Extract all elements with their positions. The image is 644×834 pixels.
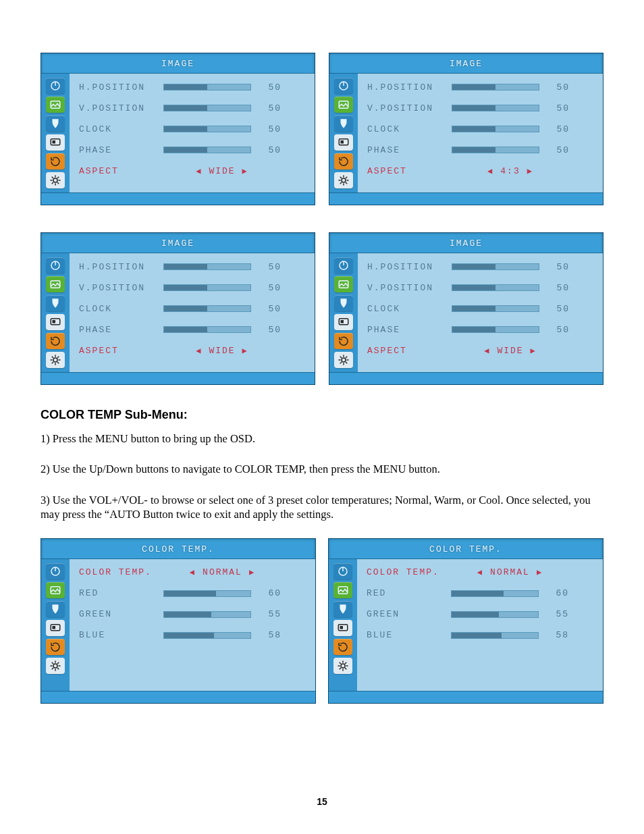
osd-icon-strip xyxy=(329,74,358,192)
image-icon[interactable] xyxy=(46,97,65,113)
misc-icon[interactable] xyxy=(46,352,65,368)
arrow-right-icon[interactable]: ▶ xyxy=(242,346,248,356)
misc-icon[interactable] xyxy=(334,172,353,188)
osd-icon[interactable] xyxy=(46,620,65,636)
arrow-right-icon[interactable]: ▶ xyxy=(527,166,533,176)
misc-icon[interactable] xyxy=(46,172,65,188)
color-temp-icon[interactable] xyxy=(333,601,352,617)
reset-icon[interactable] xyxy=(46,333,65,349)
slider-track[interactable] xyxy=(163,590,251,597)
color-temp-icon[interactable] xyxy=(46,601,65,617)
osd-title: IMAGE xyxy=(41,233,315,253)
select-label: COLOR TEMP. xyxy=(367,567,444,577)
osd-icon[interactable] xyxy=(333,620,352,636)
slider-label: CLOCK xyxy=(367,124,445,134)
slider-track[interactable] xyxy=(452,326,539,333)
power-icon[interactable] xyxy=(334,78,353,94)
reset-icon[interactable] xyxy=(334,153,353,170)
image-icon[interactable] xyxy=(46,582,65,598)
slider-track[interactable] xyxy=(163,263,251,270)
slider-value: 55 xyxy=(545,609,569,619)
osd-content: H.POSITION 50 V.POSITION 50 CLOCK 50 PHA… xyxy=(70,253,315,372)
slider-track[interactable] xyxy=(163,105,251,111)
reset-icon[interactable] xyxy=(334,333,353,349)
arrow-left-icon[interactable]: ◀ xyxy=(477,567,483,577)
slider-track[interactable] xyxy=(163,126,251,132)
slider-row: CLOCK 50 xyxy=(79,301,305,317)
slider-track[interactable] xyxy=(163,611,251,618)
section-heading: COLOR TEMP Sub-Menu: xyxy=(41,408,603,422)
image-icon[interactable] xyxy=(46,276,65,292)
slider-track[interactable] xyxy=(452,305,539,312)
select-control[interactable]: ◀ NORMAL ▶ xyxy=(439,567,581,577)
arrow-right-icon[interactable]: ▶ xyxy=(242,166,248,176)
color-temp-icon[interactable] xyxy=(334,295,353,311)
select-row: ASPECT ◀ WIDE ▶ xyxy=(79,342,305,359)
instruction-step-3: 3) Use the VOL+/VOL- to browse or select… xyxy=(41,493,603,522)
slider-label: V.POSITION xyxy=(79,103,157,113)
select-row: ASPECT ◀ 4:3 ▶ xyxy=(367,163,593,179)
slider-track[interactable] xyxy=(163,326,251,333)
slider-track[interactable] xyxy=(452,284,539,291)
select-control[interactable]: ◀ NORMAL ▶ xyxy=(151,567,294,577)
color-temp-icon[interactable] xyxy=(46,115,65,132)
reset-icon[interactable] xyxy=(46,153,65,170)
power-icon[interactable] xyxy=(334,257,353,273)
slider-track[interactable] xyxy=(451,632,539,639)
arrow-right-icon[interactable]: ▶ xyxy=(249,567,255,577)
power-icon[interactable] xyxy=(46,563,65,579)
image-icon[interactable] xyxy=(333,582,352,598)
arrow-left-icon[interactable]: ◀ xyxy=(190,567,196,577)
slider-row: CLOCK 50 xyxy=(367,121,593,137)
slider-track[interactable] xyxy=(451,590,539,597)
osd-image-panel: IMAGE H.POSITION 50 V.POSITION 50 CLOCK … xyxy=(329,232,603,385)
slider-track[interactable] xyxy=(163,632,251,639)
slider-track[interactable] xyxy=(451,611,539,618)
slider-track[interactable] xyxy=(452,105,539,111)
slider-label: RED xyxy=(367,588,444,598)
slider-track[interactable] xyxy=(163,84,251,90)
slider-track[interactable] xyxy=(452,84,539,90)
osd-content: H.POSITION 50 V.POSITION 50 CLOCK 50 PHA… xyxy=(358,74,603,192)
arrow-left-icon[interactable]: ◀ xyxy=(487,166,493,176)
power-icon[interactable] xyxy=(333,563,352,579)
osd-image-panel: IMAGE H.POSITION 50 V.POSITION 50 CLOCK … xyxy=(41,53,315,205)
osd-icon[interactable] xyxy=(46,314,65,330)
arrow-right-icon[interactable]: ▶ xyxy=(531,346,537,356)
power-icon[interactable] xyxy=(46,257,65,273)
image-icon[interactable] xyxy=(334,97,353,113)
slider-label: PHASE xyxy=(79,325,157,335)
arrow-right-icon[interactable]: ▶ xyxy=(537,567,543,577)
arrow-left-icon[interactable]: ◀ xyxy=(484,346,490,356)
select-control[interactable]: ◀ 4:3 ▶ xyxy=(439,166,581,176)
select-row: ASPECT ◀ WIDE ▶ xyxy=(79,163,305,179)
reset-icon[interactable] xyxy=(46,639,65,655)
select-control[interactable]: ◀ WIDE ▶ xyxy=(151,346,293,356)
slider-track[interactable] xyxy=(452,263,539,270)
misc-icon[interactable] xyxy=(334,352,353,368)
osd-icon[interactable] xyxy=(334,134,353,151)
select-control[interactable]: ◀ WIDE ▶ xyxy=(151,166,293,176)
svg-rect-34 xyxy=(340,626,344,629)
svg-rect-4 xyxy=(53,140,56,144)
osd-icon[interactable] xyxy=(46,134,65,151)
slider-track[interactable] xyxy=(163,305,251,312)
power-icon[interactable] xyxy=(46,78,65,94)
slider-track[interactable] xyxy=(163,284,251,291)
image-icon[interactable] xyxy=(334,276,353,292)
misc-icon[interactable] xyxy=(333,658,352,674)
reset-icon[interactable] xyxy=(333,639,352,655)
misc-icon[interactable] xyxy=(46,658,65,674)
osd-icon-strip xyxy=(329,253,358,372)
slider-track[interactable] xyxy=(163,147,251,153)
slider-track[interactable] xyxy=(452,126,539,132)
select-control[interactable]: ◀ WIDE ▶ xyxy=(439,346,581,356)
osd-icon[interactable] xyxy=(334,314,353,330)
arrow-left-icon[interactable]: ◀ xyxy=(196,166,202,176)
slider-value: 58 xyxy=(545,630,569,640)
slider-track[interactable] xyxy=(452,147,539,153)
slider-row: V.POSITION 50 xyxy=(367,280,593,296)
arrow-left-icon[interactable]: ◀ xyxy=(196,346,202,356)
color-temp-icon[interactable] xyxy=(334,115,353,132)
color-temp-icon[interactable] xyxy=(46,295,65,311)
